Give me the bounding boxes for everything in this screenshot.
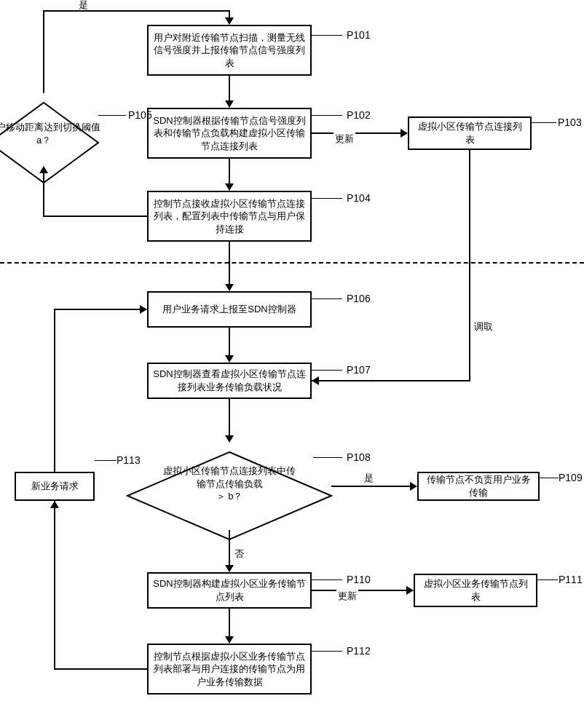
lead-line xyxy=(98,115,126,116)
connector xyxy=(331,486,411,487)
process-p106-text: 用户业务请求上报至SDN控制器 xyxy=(162,303,296,316)
connector xyxy=(54,309,141,310)
connector xyxy=(229,76,230,102)
arrow-down-icon xyxy=(225,183,234,191)
edge-label-yes: 是 xyxy=(79,0,88,12)
lead-line xyxy=(313,457,342,458)
connector xyxy=(229,328,230,357)
label-p110: P110 xyxy=(347,574,371,585)
label-p113: P113 xyxy=(117,454,141,466)
arrow-down-icon xyxy=(225,284,234,291)
process-p106: 用户业务请求上报至SDN控制器 xyxy=(147,291,312,328)
lead-line xyxy=(95,460,117,461)
label-p106: P106 xyxy=(347,293,371,304)
edge-label-no: 否 xyxy=(234,547,244,561)
connector xyxy=(229,609,230,638)
label-p105: P105 xyxy=(128,109,152,121)
arrow-down-icon xyxy=(225,100,234,108)
lead-line xyxy=(312,35,342,36)
process-p102-text: SDN控制器根据传输节点信号强度列表和传输节点负载构建虚拟小区传输节点连接列表 xyxy=(153,114,306,153)
arrow-up-icon xyxy=(39,166,48,173)
lead-line xyxy=(312,298,342,299)
process-p113-text: 新业务请求 xyxy=(31,480,79,493)
label-p111: P111 xyxy=(559,574,583,585)
process-p112: 控制节点根据虚拟小区业务传输节点列表部署与用户连接的传输节点为用户业务传输数据 xyxy=(147,644,312,695)
arrow-down-icon xyxy=(225,435,234,443)
connector xyxy=(43,173,44,217)
connector xyxy=(43,215,147,217)
process-p109-text: 传输节点不负责用户业务传输 xyxy=(423,473,534,499)
process-p110: SDN控制器构建虚拟小区业务传输节点列表 xyxy=(147,572,312,609)
edge-label-yes2: 是 xyxy=(364,472,374,485)
edge-label-update1: 更新 xyxy=(334,132,355,146)
label-p102: P102 xyxy=(347,109,371,121)
process-p104-text: 控制节点接收虚拟小区传输节点连接列表，配置列表中传输节点与用户保持连接 xyxy=(153,197,306,236)
data-p103: 虚拟小区传输节点连接列表 xyxy=(408,116,532,150)
connector xyxy=(312,380,470,381)
section-divider xyxy=(0,262,584,264)
lead-line xyxy=(312,370,342,371)
arrow-down-icon xyxy=(225,565,234,572)
process-p109: 传输节点不负责用户业务传输 xyxy=(417,472,540,501)
arrow-right-icon xyxy=(406,586,414,595)
label-p107: P107 xyxy=(347,364,371,376)
lead-line xyxy=(532,122,556,123)
connector xyxy=(312,132,402,134)
process-p107-text: SDN控制器查看虚拟小区传输节点连接列表业务传输负载状况 xyxy=(153,368,306,393)
arrow-left-icon xyxy=(312,376,319,385)
connector xyxy=(469,150,470,380)
connector xyxy=(54,501,55,670)
connector xyxy=(43,10,44,93)
connector xyxy=(229,530,230,566)
process-p112-text: 控制节点根据虚拟小区业务传输节点列表部署与用户连接的传输节点为用户业务传输数据 xyxy=(153,650,306,689)
label-p103: P103 xyxy=(558,116,582,128)
process-p102: SDN控制器根据传输节点信号强度列表和传输节点负载构建虚拟小区传输节点连接列表 xyxy=(147,108,312,159)
connector xyxy=(54,668,147,670)
process-p101-text: 用户对附近传输节点扫描，测量无线信号强度并上报传输节点信号强度列表 xyxy=(153,31,306,70)
connector xyxy=(43,10,229,12)
label-p108: P108 xyxy=(347,451,371,463)
arrow-right-icon xyxy=(140,305,147,314)
connector xyxy=(229,399,230,437)
label-p101: P101 xyxy=(347,29,371,41)
arrow-right-icon xyxy=(410,482,417,491)
label-p104: P104 xyxy=(347,192,371,204)
connector xyxy=(229,159,230,185)
edge-label-update2: 更新 xyxy=(336,590,358,603)
connector xyxy=(229,242,230,285)
label-p112: P112 xyxy=(347,645,371,657)
connector xyxy=(312,590,408,591)
lead-line xyxy=(312,579,342,580)
data-p111-text: 虚拟小区业务传输节点列表 xyxy=(419,577,532,603)
lead-line xyxy=(312,115,342,116)
lead-line xyxy=(540,478,559,478)
decision-p105-text: 用户移动距离达到切换阈值a？ xyxy=(0,121,102,146)
process-p101: 用户对附近传输节点扫描，测量无线信号强度并上报传输节点信号强度列表 xyxy=(147,25,312,76)
arrow-down-icon xyxy=(225,355,234,363)
connector xyxy=(54,309,55,472)
data-p111: 虚拟小区业务传输节点列表 xyxy=(414,574,537,607)
lead-line xyxy=(537,579,558,580)
process-p107: SDN控制器查看虚拟小区传输节点连接列表业务传输负载状况 xyxy=(147,363,312,399)
process-p113: 新业务请求 xyxy=(15,472,95,501)
process-p110-text: SDN控制器构建虚拟小区业务传输节点列表 xyxy=(153,577,306,603)
lead-line xyxy=(312,198,342,199)
edge-label-retrieve: 调取 xyxy=(474,320,493,333)
arrow-down-icon xyxy=(225,17,234,25)
lead-line xyxy=(312,651,342,652)
arrow-down-icon xyxy=(225,636,234,644)
label-p109: P109 xyxy=(559,472,583,483)
arrow-right-icon xyxy=(400,129,408,138)
data-p103-text: 虚拟小区传输节点连接列表 xyxy=(414,120,526,146)
arrow-up-icon xyxy=(50,501,59,508)
process-p104: 控制节点接收虚拟小区传输节点连接列表，配置列表中传输节点与用户保持连接 xyxy=(147,191,312,242)
decision-p108-text: 虚拟小区传输节点连接列表中传输节点传输负载 ＞ b？ xyxy=(162,464,297,503)
